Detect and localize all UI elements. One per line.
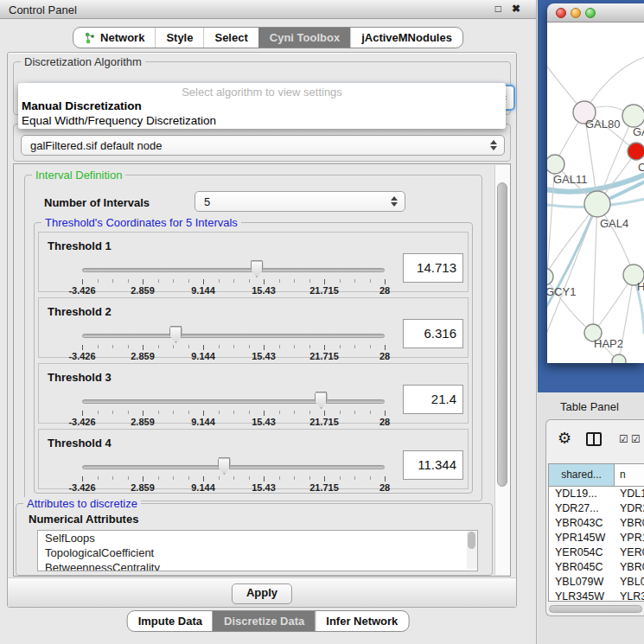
network-canvas[interactable]: GAL80GACGAL11GAL4GCY1HHAP2 xyxy=(547,22,644,363)
tab-impute-data[interactable]: Impute Data xyxy=(128,611,213,631)
slider-tick xyxy=(143,476,143,481)
tab-cyni-toolbox[interactable]: Cyni Toolbox xyxy=(258,28,350,48)
network-node[interactable] xyxy=(547,268,553,285)
combo-spinner-icon xyxy=(391,196,398,207)
slider-tick-label: 2.859 xyxy=(131,482,155,493)
algorithm-option-equal-width-frequency[interactable]: Equal Width/Frequency Discretization xyxy=(18,113,506,128)
slider-tick xyxy=(354,345,355,348)
threshold-4-label: Threshold 4 xyxy=(48,437,112,450)
table-cell[interactable]: YDR27... xyxy=(549,501,615,516)
apply-button[interactable]: Apply xyxy=(232,583,292,604)
table-columns-icon[interactable] xyxy=(586,432,602,446)
slider-track[interactable] xyxy=(82,399,385,404)
scrollbar-thumb[interactable] xyxy=(549,605,642,613)
slider-tick-label: 15.43 xyxy=(252,351,276,361)
table-horizontal-scrollbar[interactable] xyxy=(549,605,642,613)
control-panel: Control Panel □ ✖ Network Style Select C xyxy=(0,0,537,644)
control-panel-title: Control Panel xyxy=(9,3,77,16)
network-node[interactable] xyxy=(547,155,564,174)
slider-tick xyxy=(233,345,234,348)
column-header-shared-name[interactable]: shared... xyxy=(549,464,615,486)
algorithm-option-manual-discretization[interactable]: Manual Discretization xyxy=(18,99,506,113)
table-row[interactable]: YBL079WYBL0 xyxy=(549,575,644,590)
table-row[interactable]: YDR27...YDR2 xyxy=(549,501,644,516)
threshold-1-slider[interactable]: -3.4262.8599.14415.4321.71528 xyxy=(82,258,385,291)
cyni-toolbox-panel: Discretization Algorithm Select algorith… xyxy=(7,52,517,608)
checkbox-icon[interactable]: ☑ xyxy=(631,434,641,444)
slider-handle[interactable] xyxy=(169,326,182,343)
number-of-intervals-combobox[interactable]: 5 xyxy=(194,191,405,212)
table-cell[interactable]: YER0 xyxy=(615,545,644,560)
attributes-list-scrollbar[interactable] xyxy=(467,531,477,569)
close-icon[interactable]: ✖ xyxy=(512,3,520,15)
slider-handle[interactable] xyxy=(251,260,264,277)
mac-close-icon[interactable] xyxy=(556,8,566,18)
table-cell[interactable]: YDR2 xyxy=(615,501,644,516)
tab-style[interactable]: Style xyxy=(155,28,203,48)
table-row[interactable]: YDL19...YDL1 xyxy=(549,487,644,501)
slider-tick xyxy=(279,345,280,348)
table-cell[interactable]: YDL19... xyxy=(549,487,615,501)
slider-tick xyxy=(143,411,143,416)
screenshot-root: Control Panel □ ✖ Network Style Select C xyxy=(0,0,644,644)
threshold-3-slider[interactable]: -3.4262.8599.14415.4321.71528 xyxy=(82,390,385,423)
mac-minimize-icon[interactable] xyxy=(571,8,581,18)
threshold-3-value-field[interactable]: 21.4 xyxy=(403,385,463,414)
slider-tick xyxy=(324,279,325,284)
threshold-4-value-field[interactable]: 11.344 xyxy=(403,450,463,480)
threshold-2-slider[interactable]: -3.4262.8599.14415.4321.71528 xyxy=(82,324,385,357)
table-data-combobox[interactable]: galFiltered.sif default node xyxy=(21,135,505,156)
attribute-list-item[interactable]: BetweennessCentrality xyxy=(38,560,477,571)
network-node[interactable] xyxy=(612,354,626,363)
network-nodes xyxy=(547,101,644,363)
mac-zoom-icon[interactable] xyxy=(585,8,596,18)
slider-handle[interactable] xyxy=(218,457,231,475)
scrollbar-thumb[interactable] xyxy=(497,182,507,487)
slider-tick xyxy=(128,345,129,348)
slider-track[interactable] xyxy=(82,268,385,272)
column-header-name[interactable]: n xyxy=(615,464,644,486)
table-cell[interactable]: YBR045C xyxy=(549,560,615,575)
table-cell[interactable]: YLR345W xyxy=(549,590,615,602)
table-cell[interactable]: YPR1 xyxy=(615,531,644,545)
checkbox-icon[interactable]: ☑ xyxy=(619,434,628,444)
slider-tick-label: 15.43 xyxy=(252,285,276,296)
table-cell[interactable]: YER054C xyxy=(549,545,615,560)
slider-handle[interactable] xyxy=(315,392,328,409)
float-window-icon[interactable]: □ xyxy=(495,3,501,15)
threshold-4-slider[interactable]: -3.4262.8599.14415.4321.71528 xyxy=(82,456,385,488)
threshold-1-value-field[interactable]: 14.713 xyxy=(403,253,463,283)
table-row[interactable]: YBR043CYBR0 xyxy=(549,516,644,531)
table-cell[interactable]: YPR145W xyxy=(549,531,615,545)
table-cell[interactable]: YLR3 xyxy=(615,590,644,602)
threshold-2-value-field[interactable]: 6.316 xyxy=(403,319,463,348)
table-cell[interactable]: YBL0 xyxy=(615,575,644,590)
table-cell[interactable]: YBL079W xyxy=(549,575,615,590)
numerical-attributes-list[interactable]: SelfLoopsTopologicalCoefficientBetweenne… xyxy=(37,530,478,571)
tab-infer-network-label: Infer Network xyxy=(326,615,398,628)
tab-discretize-data[interactable]: Discretize Data xyxy=(213,611,315,631)
attribute-list-item[interactable]: TopologicalCoefficient xyxy=(38,545,477,560)
table-cell[interactable]: YBR0 xyxy=(615,516,644,531)
table-cell[interactable]: YBR0 xyxy=(615,560,644,575)
slider-track[interactable] xyxy=(82,465,385,469)
network-node[interactable] xyxy=(622,105,644,127)
slider-tick xyxy=(219,279,220,283)
attribute-list-item[interactable]: SelfLoops xyxy=(38,531,477,545)
settings-vertical-scrollbar[interactable] xyxy=(494,165,510,575)
table-row[interactable]: YER054CYER0 xyxy=(549,545,644,560)
table-cell[interactable]: YDL1 xyxy=(615,487,644,501)
table-row[interactable]: YPR145WYPR1 xyxy=(549,531,644,545)
network-node[interactable] xyxy=(584,191,610,217)
network-node[interactable] xyxy=(628,143,644,160)
table-row[interactable]: YLR345WYLR3 xyxy=(549,590,644,602)
table-row[interactable]: YBR045CYBR0 xyxy=(549,560,644,575)
tab-infer-network[interactable]: Infer Network xyxy=(315,611,408,631)
scrollbar-thumb[interactable] xyxy=(468,532,475,549)
slider-track[interactable] xyxy=(82,334,385,338)
table-cell[interactable]: YBR043C xyxy=(549,516,615,531)
tab-select[interactable]: Select xyxy=(203,28,258,48)
tab-network[interactable]: Network xyxy=(73,28,155,48)
tab-jactivemnodules[interactable]: jActiveMNodules xyxy=(350,28,462,48)
gear-icon[interactable]: ⚙ xyxy=(558,430,571,446)
